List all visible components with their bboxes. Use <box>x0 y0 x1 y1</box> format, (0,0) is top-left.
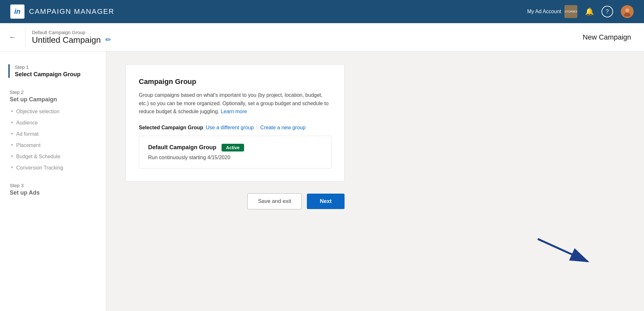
campaign-group-label: Default Campaign Group <box>32 30 111 35</box>
linkedin-logo: in <box>10 5 24 19</box>
user-avatar[interactable] <box>621 5 634 18</box>
step3-title: Set up Ads <box>10 189 96 196</box>
sidebar-step-3: Step 3 Set up Ads <box>10 183 96 196</box>
campaign-group-card: Campaign Group Group campaigns based on … <box>126 64 345 182</box>
help-icon[interactable]: ? <box>601 6 613 17</box>
campaign-title-row: Untitled Campaign ✏ <box>32 35 111 45</box>
campaign-info: Default Campaign Group Untitled Campaign… <box>32 30 111 45</box>
next-button[interactable]: Next <box>307 194 345 209</box>
header-divider <box>25 28 25 47</box>
sidebar-step-2: Step 2 Set up Campaign Objective selecti… <box>10 89 96 171</box>
content-area: Campaign Group Group campaigns based on … <box>106 51 644 311</box>
sidebar-item-placement: Placement <box>11 142 96 149</box>
step1-label: Step 1 <box>15 64 96 70</box>
notification-icon[interactable]: 🔔 <box>585 7 594 16</box>
save-exit-button[interactable]: Save and exit <box>247 193 302 209</box>
step2-label: Step 2 <box>10 89 96 95</box>
campaign-title: Untitled Campaign <box>32 35 101 45</box>
action-row: Save and exit Next <box>126 193 345 209</box>
sidebar-step-1: Step 1 Select Campaign Group <box>8 64 96 78</box>
card-description: Group campaigns based on what's importan… <box>139 91 331 116</box>
sidebar-item-audience: Audience <box>11 119 96 126</box>
step2-title: Set up Campaign <box>10 96 96 103</box>
account-label[interactable]: My Ad Account STORIES <box>527 5 577 18</box>
use-different-group-link[interactable]: Use a different group <box>206 125 254 131</box>
learn-more-link[interactable]: Learn more <box>221 109 247 114</box>
sidebar-item-conversion: Conversion Tracking <box>11 164 96 171</box>
sub-header: ← Default Campaign Group Untitled Campai… <box>0 23 644 51</box>
svg-point-1 <box>625 8 629 12</box>
sub-header-left: ← Default Campaign Group Untitled Campai… <box>6 28 111 47</box>
nav-right: My Ad Account STORIES 🔔 ? <box>527 5 634 18</box>
selected-group-row: Selected Campaign Group Use a different … <box>139 125 331 131</box>
back-button[interactable]: ← <box>6 31 19 44</box>
card-title: Campaign Group <box>139 78 331 86</box>
group-box: Default Campaign Group Active Run contin… <box>139 136 331 169</box>
top-nav: in CAMPAIGN MANAGER My Ad Account STORIE… <box>0 0 644 23</box>
sidebar-item-objective: Objective selection <box>11 108 96 115</box>
step3-label: Step 3 <box>10 183 96 188</box>
svg-line-4 <box>538 239 588 261</box>
selected-label: Selected Campaign Group <box>139 125 203 131</box>
nav-brand: in CAMPAIGN MANAGER <box>10 5 114 19</box>
active-badge: Active <box>222 144 244 151</box>
edit-campaign-icon[interactable]: ✏ <box>105 36 111 44</box>
main-layout: Step 1 Select Campaign Group Step 2 Set … <box>0 51 644 311</box>
sidebar: Step 1 Select Campaign Group Step 2 Set … <box>0 51 106 311</box>
arrow-annotation <box>535 236 599 269</box>
pipe-divider: | <box>256 125 258 131</box>
sidebar-item-budget: Budget & Schedule <box>11 153 96 160</box>
new-campaign-label: New Campaign <box>583 33 631 41</box>
sub-items-list: Objective selection Audience Ad format P… <box>10 108 96 171</box>
group-name-row: Default Campaign Group Active <box>148 144 322 151</box>
sidebar-item-ad-format: Ad format <box>11 131 96 137</box>
create-new-group-link[interactable]: Create a new group <box>260 125 306 131</box>
group-name: Default Campaign Group <box>148 144 216 151</box>
account-thumbnail[interactable]: STORIES <box>564 5 577 18</box>
group-sub-text: Run continuously starting 4/15/2020 <box>148 155 322 160</box>
app-title: CAMPAIGN MANAGER <box>29 7 114 16</box>
step1-title: Select Campaign Group <box>15 71 96 78</box>
